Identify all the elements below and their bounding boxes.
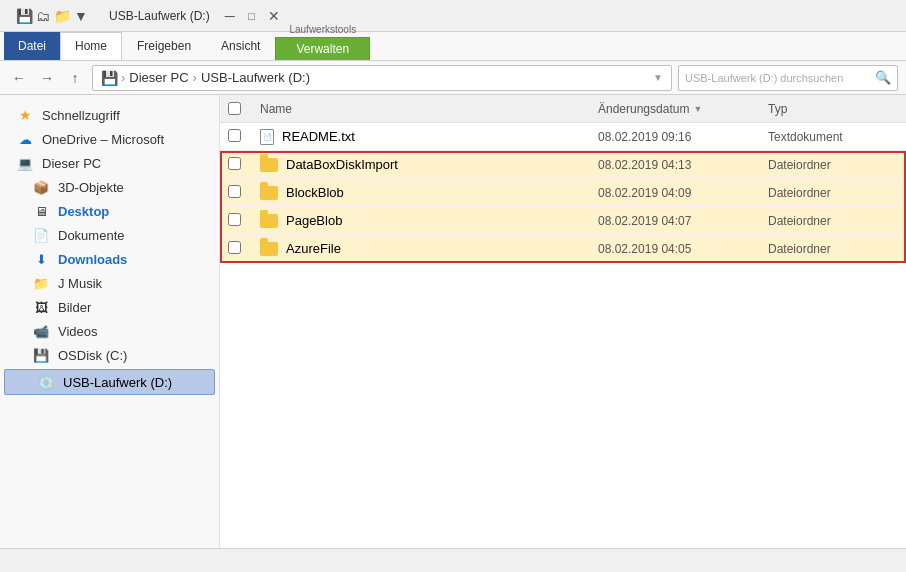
- 3d-icon: 📦: [32, 178, 50, 196]
- file-row-name-readme: 📄 README.txt: [252, 129, 598, 145]
- folder-j-icon: 📁: [32, 274, 50, 292]
- path-dieser-pc: Dieser PC: [129, 70, 188, 85]
- sidebar-item-3d-objekte[interactable]: 📦 3D-Objekte: [0, 175, 219, 199]
- sidebar-item-osdisk[interactable]: 💾 OSDisk (C:): [0, 343, 219, 367]
- folder-icon-azurefile: [260, 242, 278, 256]
- address-path-box[interactable]: 💾 › Dieser PC › USB-Laufwerk (D:) ▼: [92, 65, 672, 91]
- address-dropdown-arrow[interactable]: ▼: [653, 72, 663, 83]
- tab-ansicht[interactable]: Ansicht: [206, 32, 275, 60]
- sidebar-label-desktop: Desktop: [58, 204, 109, 219]
- folder-icon-databox: [260, 158, 278, 172]
- path-usb: USB-Laufwerk (D:): [201, 70, 310, 85]
- maximize-button[interactable]: □: [244, 8, 260, 24]
- properties-icon[interactable]: 🗂: [35, 8, 51, 24]
- path-separator-1: ›: [121, 70, 125, 85]
- drive-icon: 💾: [101, 70, 117, 86]
- row-checkbox-readme[interactable]: [228, 129, 252, 145]
- file-row-databoxdiskimport[interactable]: DataBoxDiskImport 08.02.2019 04:13 Datei…: [220, 151, 906, 179]
- sidebar-item-dieser-pc[interactable]: 💻 Dieser PC: [0, 151, 219, 175]
- sidebar-item-videos[interactable]: 📹 Videos: [0, 319, 219, 343]
- file-row-azurefile[interactable]: AzureFile 08.02.2019 04:05 Dateiordner: [220, 235, 906, 263]
- col-header-name: Name: [252, 102, 598, 116]
- main-content: ★ Schnellzugriff ☁ OneDrive – Microsoft …: [0, 95, 906, 548]
- video-icon: 📹: [32, 322, 50, 340]
- new-folder-icon[interactable]: 📁: [54, 8, 70, 24]
- sidebar-label-bilder: Bilder: [58, 300, 91, 315]
- download-icon: ⬇: [32, 250, 50, 268]
- window-title: USB-Laufwerk (D:): [109, 9, 210, 23]
- col-header-date[interactable]: Änderungsdatum ▼: [598, 102, 768, 116]
- file-name-readme: README.txt: [282, 129, 355, 144]
- back-button[interactable]: ←: [8, 67, 30, 89]
- sidebar-item-desktop[interactable]: 🖥 Desktop: [0, 199, 219, 223]
- sidebar-item-dokumente[interactable]: 📄 Dokumente: [0, 223, 219, 247]
- row-checkbox-azurefile[interactable]: [228, 241, 252, 257]
- row-checkbox-databox[interactable]: [228, 157, 252, 173]
- tab-freigeben[interactable]: Freigeben: [122, 32, 206, 60]
- file-row-readme[interactable]: 📄 README.txt 08.02.2019 09:16 Textdokume…: [220, 123, 906, 151]
- header-checkbox[interactable]: [228, 102, 252, 115]
- sidebar-label-dieser-pc: Dieser PC: [42, 156, 101, 171]
- sidebar-label-3d-objekte: 3D-Objekte: [58, 180, 124, 195]
- forward-button[interactable]: →: [36, 67, 58, 89]
- tab-home[interactable]: Home: [60, 32, 122, 60]
- save-icon[interactable]: 💾: [16, 8, 32, 24]
- sidebar-item-schnellzugriff[interactable]: ★ Schnellzugriff: [0, 103, 219, 127]
- file-date-pageblob: 08.02.2019 04:07: [598, 214, 768, 228]
- dropdown-icon[interactable]: ▼: [73, 8, 89, 24]
- file-type-blockblob: Dateiordner: [768, 186, 898, 200]
- col-type-label: Typ: [768, 102, 787, 116]
- file-name-databox: DataBoxDiskImport: [286, 157, 398, 172]
- sort-arrow-icon: ▼: [693, 104, 702, 114]
- close-button[interactable]: ✕: [266, 8, 282, 24]
- up-button[interactable]: ↑: [64, 67, 86, 89]
- tab-datei[interactable]: Datei: [4, 32, 60, 60]
- search-box[interactable]: USB-Laufwerk (D:) durchsuchen 🔍: [678, 65, 898, 91]
- row-checkbox-pageblob[interactable]: [228, 213, 252, 229]
- file-date-azurefile: 08.02.2019 04:05: [598, 242, 768, 256]
- sidebar-item-usb-laufwerk[interactable]: 💿 USB-Laufwerk (D:): [4, 369, 215, 395]
- sidebar-item-onedrive[interactable]: ☁ OneDrive – Microsoft: [0, 127, 219, 151]
- col-header-type: Typ: [768, 102, 898, 116]
- laufwerkstools-label: Laufwerkstools: [289, 24, 356, 37]
- sidebar-item-downloads[interactable]: ⬇ Downloads: [0, 247, 219, 271]
- file-row-pageblob[interactable]: PageBlob 08.02.2019 04:07 Dateiordner: [220, 207, 906, 235]
- title-bar: 💾 🗂 📁 ▼ USB-Laufwerk (D:) ─ □ ✕: [0, 0, 906, 32]
- sidebar-label-schnellzugriff: Schnellzugriff: [42, 108, 120, 123]
- selected-folders-group: DataBoxDiskImport 08.02.2019 04:13 Datei…: [220, 151, 906, 263]
- status-bar: [0, 548, 906, 572]
- row-checkbox-blockblob[interactable]: [228, 185, 252, 201]
- sidebar-label-dokumente: Dokumente: [58, 228, 124, 243]
- sidebar: ★ Schnellzugriff ☁ OneDrive – Microsoft …: [0, 95, 220, 548]
- ribbon: Datei Home Freigeben Ansicht Laufwerksto…: [0, 32, 906, 61]
- file-list-wrapper: Name Änderungsdatum ▼ Typ 📄 README.txt: [220, 95, 906, 548]
- desktop-icon: 🖥: [32, 202, 50, 220]
- star-icon: ★: [16, 106, 34, 124]
- ribbon-tabs: Datei Home Freigeben Ansicht Laufwerksto…: [0, 32, 906, 60]
- sidebar-item-j-musik[interactable]: 📁 J Musik: [0, 271, 219, 295]
- tab-verwalten[interactable]: Verwalten: [275, 37, 370, 60]
- usb-disk-icon: 💿: [37, 373, 55, 391]
- sidebar-item-bilder[interactable]: 🖼 Bilder: [0, 295, 219, 319]
- file-row-name-blockblob: BlockBlob: [252, 185, 598, 200]
- doc-icon: 📄: [32, 226, 50, 244]
- select-all-checkbox[interactable]: [228, 102, 241, 115]
- osdisk-icon: 💾: [32, 346, 50, 364]
- file-rows-container: 📄 README.txt 08.02.2019 09:16 Textdokume…: [220, 123, 906, 263]
- file-date-blockblob: 08.02.2019 04:09: [598, 186, 768, 200]
- quick-access-bar: 💾 🗂 📁 ▼: [16, 8, 89, 24]
- path-separator-2: ›: [193, 70, 197, 85]
- file-type-databox: Dateiordner: [768, 158, 898, 172]
- file-row-blockblob[interactable]: BlockBlob 08.02.2019 04:09 Dateiordner: [220, 179, 906, 207]
- file-list-header: Name Änderungsdatum ▼ Typ: [220, 95, 906, 123]
- folder-icon-pageblob: [260, 214, 278, 228]
- file-type-readme: Textdokument: [768, 130, 898, 144]
- sidebar-label-j-musik: J Musik: [58, 276, 102, 291]
- image-icon: 🖼: [32, 298, 50, 316]
- sidebar-label-osdisk: OSDisk (C:): [58, 348, 127, 363]
- search-placeholder: USB-Laufwerk (D:) durchsuchen: [685, 72, 843, 84]
- folder-icon-blockblob: [260, 186, 278, 200]
- col-date-label: Änderungsdatum: [598, 102, 689, 116]
- search-icon[interactable]: 🔍: [875, 70, 891, 85]
- minimize-button[interactable]: ─: [222, 8, 238, 24]
